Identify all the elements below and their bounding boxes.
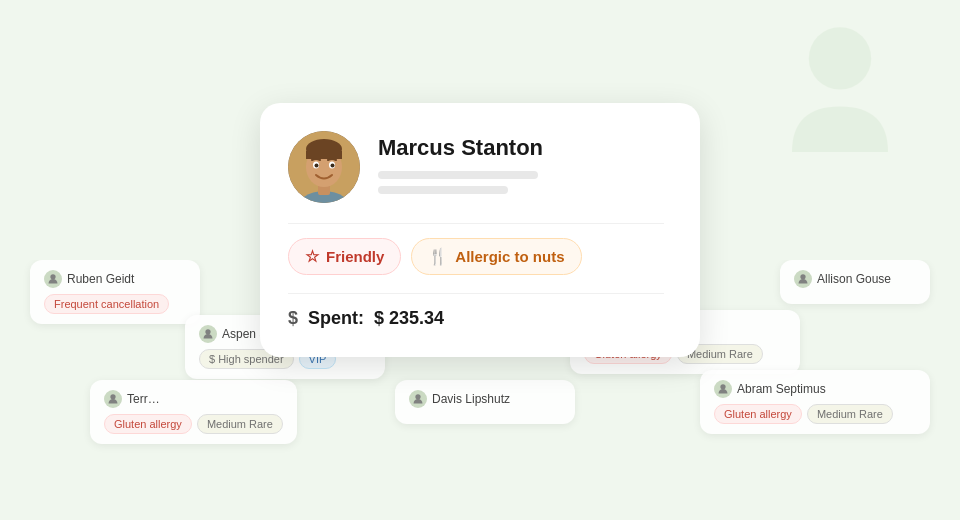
tag-gluten-terr: Gluten allergy bbox=[104, 414, 192, 434]
svg-rect-13 bbox=[306, 151, 342, 159]
svg-point-7 bbox=[720, 384, 725, 389]
tag-friendly: ☆ Friendly bbox=[288, 238, 401, 275]
card-tags: ☆ Friendly 🍴 Allergic to nuts bbox=[288, 238, 664, 275]
avatar bbox=[288, 131, 360, 203]
skeleton-line-1 bbox=[378, 171, 538, 179]
bg-card-abram: Abram Septimus Gluten allergy Medium Rar… bbox=[700, 370, 930, 434]
tag-gluten-abram: Gluten allergy bbox=[714, 404, 802, 424]
friendly-label: Friendly bbox=[326, 248, 384, 265]
tag-medium-abram: Medium Rare bbox=[807, 404, 893, 424]
dollar-icon: $ bbox=[288, 308, 298, 329]
bg-card-davis: Davis Lipshutz bbox=[395, 380, 575, 424]
spent-label: Spent: bbox=[308, 308, 364, 329]
avatar-allison bbox=[794, 270, 812, 288]
tag-allergic-to-nuts: 🍴 Allergic to nuts bbox=[411, 238, 581, 275]
tag-medium-terr: Medium Rare bbox=[197, 414, 283, 434]
svg-point-16 bbox=[315, 164, 319, 168]
card-spent: $ Spent: $ 235.34 bbox=[288, 308, 664, 329]
card-divider-2 bbox=[288, 293, 664, 294]
spent-amount: $ 235.34 bbox=[374, 308, 444, 329]
tag-frequent-cancellation: Frequent cancellation bbox=[44, 294, 169, 314]
avatar-abram bbox=[714, 380, 732, 398]
avatar-terr bbox=[104, 390, 122, 408]
svg-point-2 bbox=[800, 274, 805, 279]
skeleton-line-2 bbox=[378, 186, 508, 194]
name-ruben: Ruben Geidt bbox=[67, 272, 134, 286]
star-icon: ☆ bbox=[305, 247, 319, 266]
card-divider-1 bbox=[288, 223, 664, 224]
fork-icon: 🍴 bbox=[428, 247, 448, 266]
name-allison: Allison Gouse bbox=[817, 272, 891, 286]
name-abram: Abram Septimus bbox=[737, 382, 826, 396]
card-name-section: Marcus Stanton bbox=[378, 131, 664, 201]
allergy-label: Allergic to nuts bbox=[455, 248, 564, 265]
svg-point-0 bbox=[809, 27, 871, 89]
avatar-aspen-stanton bbox=[199, 325, 217, 343]
svg-point-6 bbox=[415, 394, 420, 399]
card-header: Marcus Stanton bbox=[288, 131, 664, 203]
svg-point-3 bbox=[205, 329, 210, 334]
bg-card-terr: Terr… Gluten allergy Medium Rare bbox=[90, 380, 297, 444]
bg-card-ruben: Ruben Geidt Frequent cancellation bbox=[30, 260, 200, 324]
svg-point-17 bbox=[331, 164, 335, 168]
avatar-ruben bbox=[44, 270, 62, 288]
svg-point-5 bbox=[110, 394, 115, 399]
person-name: Marcus Stanton bbox=[378, 135, 664, 161]
background-person-icon bbox=[780, 20, 900, 160]
svg-point-1 bbox=[50, 274, 55, 279]
main-profile-card: Marcus Stanton ☆ Friendly 🍴 Allergic to … bbox=[260, 103, 700, 357]
name-davis: Davis Lipshutz bbox=[432, 392, 510, 406]
name-terr: Terr… bbox=[127, 392, 160, 406]
avatar-davis bbox=[409, 390, 427, 408]
bg-card-allison: Allison Gouse bbox=[780, 260, 930, 304]
